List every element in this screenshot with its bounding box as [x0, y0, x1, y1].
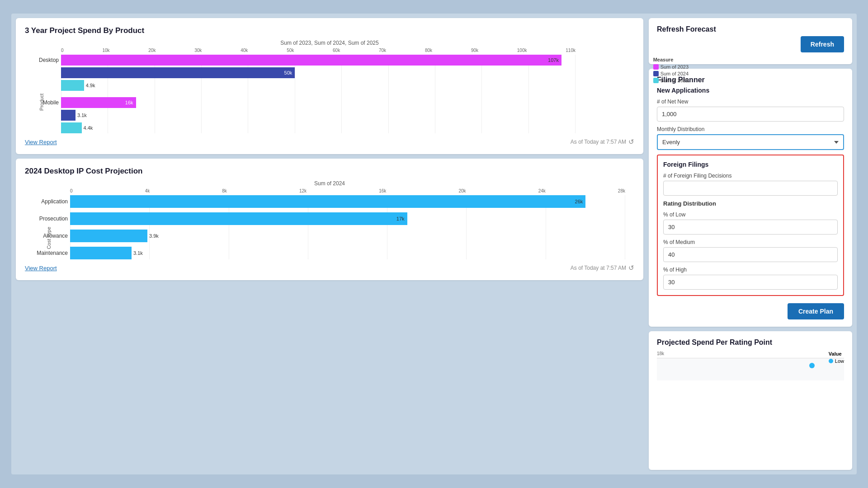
low-input[interactable] [663, 220, 838, 235]
medium-field: % of Medium [663, 239, 838, 262]
refresh-button[interactable]: Refresh [801, 36, 844, 52]
chart1-view-report[interactable]: View Report [25, 139, 57, 145]
chart2-footer: View Report As of Today at 7:57 AM ↺ [25, 264, 634, 272]
right-panel: Refresh Forecast Refresh Filing Planner … [649, 18, 852, 470]
foreign-filings-section: Foreign Filings # of Foreign Filing Deci… [657, 155, 844, 296]
low-field: % of Low [663, 211, 838, 235]
chart2-x-labels: 0 4k 8k 12k 16k 20k 24k 28k [70, 188, 625, 193]
decisions-label: # of Foreign Filing Decisions [663, 173, 838, 179]
chart2-view-report[interactable]: View Report [25, 265, 57, 272]
projected-spend-card: Projected Spend Per Rating Point 18k [649, 331, 852, 470]
medium-label: % of Medium [663, 239, 838, 245]
main-container: 3 Year Project Spend By Product Sum of 2… [11, 14, 857, 474]
chart1-legend: Measure Sum of 2023 Sum of 2024 Sum of 2… [653, 57, 689, 83]
decisions-field: # of Foreign Filing Decisions [663, 173, 838, 196]
bar-prosecution: Prosecution 17k [70, 212, 625, 225]
high-label: % of High [663, 267, 838, 273]
chart1-card: 3 Year Project Spend By Product Sum of 2… [16, 18, 643, 154]
bar-desktop-2023: Desktop 107k [61, 55, 576, 66]
refresh-forecast-title: Refresh Forecast [657, 25, 844, 33]
bar-application: Application 26k [70, 195, 625, 208]
chart2-bars: Application 26k Prosecution 17k Allowanc… [70, 195, 625, 259]
chart1-as-of: As of Today at 7:57 AM [571, 139, 626, 145]
filing-planner-card: Filing Planner New Applications # of Net… [649, 69, 852, 327]
chart1-axis-title: Sum of 2023, Sum of 2024, Sum of 2025 [25, 40, 634, 46]
chart2-as-of: As of Today at 7:57 AM [571, 265, 626, 271]
monthly-dist-select[interactable]: Evenly Front-loaded Back-loaded [657, 134, 844, 150]
new-applications-title: New Applications [657, 87, 844, 94]
chart1-bars: Desktop 107k 50k 4.9k [61, 55, 576, 133]
high-field: % of High [663, 267, 838, 290]
chart2-refresh-icon[interactable]: ↺ [628, 264, 634, 272]
net-new-input[interactable] [657, 107, 844, 122]
decisions-input[interactable] [663, 181, 838, 196]
net-new-field: # of Net New [657, 99, 844, 122]
left-panel: 3 Year Project Spend By Product Sum of 2… [16, 18, 643, 470]
bar-desktop-2025: 4.9k [61, 80, 576, 91]
bar-maintenance: Maintenance 3.1k [70, 247, 625, 259]
low-dot [809, 363, 815, 368]
high-input[interactable] [663, 275, 838, 290]
chart1-footer: View Report As of Today at 7:57 AM ↺ [25, 138, 634, 146]
bar-mobile-2023: Mobile 16k [61, 97, 576, 108]
rating-dist-section: Rating Distribution % of Low % of Medium… [663, 200, 838, 290]
bar-mobile-2025: 4.4k [61, 122, 576, 133]
low-label: % of Low [663, 211, 838, 218]
bar-desktop-2024: 50k [61, 67, 576, 78]
chart2-card: 2024 Desktop IP Cost Projection Sum of 2… [16, 159, 643, 280]
rating-dist-label: Rating Distribution [663, 200, 838, 207]
foreign-filings-title: Foreign Filings [663, 161, 838, 168]
medium-input[interactable] [663, 247, 838, 262]
monthly-dist-field: Monthly Distribution Evenly Front-loaded… [657, 126, 844, 150]
projected-spend-title: Projected Spend Per Rating Point [657, 338, 844, 347]
projected-chart: 18k Value Low [657, 351, 844, 380]
chart1-x-labels: 0 10k 20k 30k 40k 50k 60k 70k 80k 90k 10… [61, 48, 576, 53]
monthly-dist-label: Monthly Distribution [657, 126, 844, 132]
projected-legend: Value Low [829, 351, 844, 364]
create-plan-button[interactable]: Create Plan [788, 303, 844, 319]
chart2-axis-title: Sum of 2024 [25, 180, 634, 187]
bar-allowance: Allowance 3.9k [70, 230, 625, 242]
net-new-label: # of Net New [657, 99, 844, 105]
chart2-title: 2024 Desktop IP Cost Projection [25, 167, 634, 176]
chart1-title: 3 Year Project Spend By Product [25, 26, 634, 35]
bar-mobile-2024: 3.1k [61, 110, 576, 121]
chart1-refresh-icon[interactable]: ↺ [628, 138, 634, 146]
